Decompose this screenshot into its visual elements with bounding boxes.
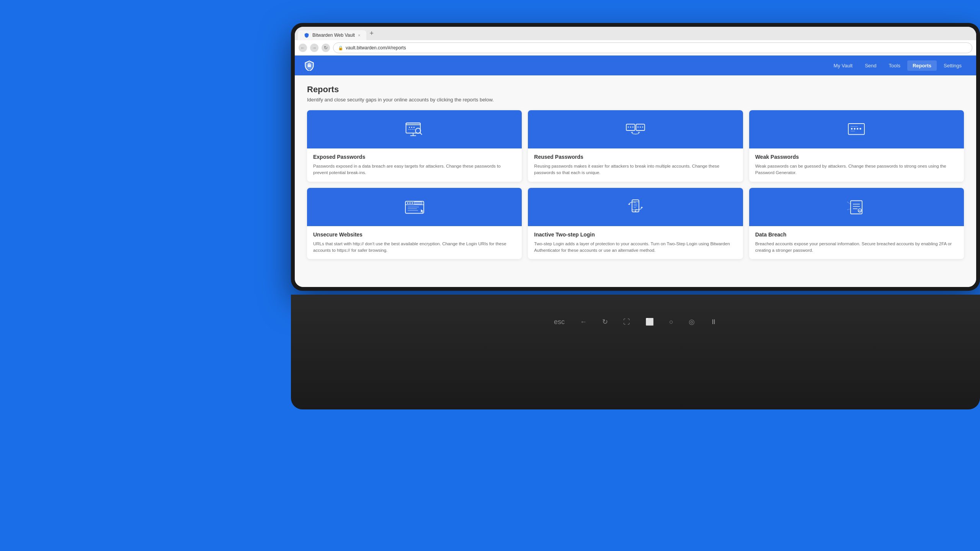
unsecure-websites-title: Unsecure Websites xyxy=(313,231,516,238)
svg-point-28 xyxy=(409,202,411,204)
reused-passwords-icon xyxy=(624,118,647,141)
nav-tools[interactable]: Tools xyxy=(884,60,906,71)
data-breach-card[interactable]: Data Breach Breached accounts expose you… xyxy=(749,188,964,259)
exposed-passwords-icon xyxy=(403,118,426,141)
device-wrapper: Bitwarden Web Vault × + ← → ↻ 🔒 vault.bi… xyxy=(291,23,980,551)
inactive-two-step-icon-area xyxy=(528,188,743,226)
unsecure-websites-body: Unsecure Websites URLs that start with h… xyxy=(307,226,522,259)
keyboard-row: esc ← ↻ ⛶ ⬜ ○ ◎ ⏸ xyxy=(291,318,980,326)
back-button[interactable]: ← xyxy=(299,44,307,52)
svg-rect-1 xyxy=(406,123,420,125)
svg-line-47 xyxy=(847,202,851,204)
tab-close-button[interactable]: × xyxy=(358,33,360,37)
url-text: vault.bitwarden.com/#/reports xyxy=(346,45,406,51)
bitwarden-logo xyxy=(304,60,315,71)
tab-title: Bitwarden Web Vault xyxy=(312,33,355,38)
exposed-passwords-body: Exposed Passwords Passwords exposed in a… xyxy=(307,148,522,182)
lock-icon: 🔒 xyxy=(338,46,343,51)
svg-rect-18 xyxy=(848,124,864,135)
key-window: ⬜ xyxy=(645,318,654,326)
inactive-two-step-card[interactable]: Inactive Two-step Login Two-step Login a… xyxy=(528,188,743,259)
nav-send[interactable]: Send xyxy=(859,60,882,71)
bitwarden-logo-icon xyxy=(304,60,315,71)
key-back: ← xyxy=(580,318,587,326)
svg-point-7 xyxy=(411,127,412,128)
key-fullscreen: ⛶ xyxy=(623,318,630,326)
exposed-passwords-title: Exposed Passwords xyxy=(313,154,516,160)
forward-button[interactable]: → xyxy=(310,44,318,52)
browser-tab[interactable]: Bitwarden Web Vault × xyxy=(298,30,366,40)
unsecure-websites-icon-area xyxy=(307,188,522,226)
inactive-two-step-desc: Two-step Login adds a layer of protectio… xyxy=(534,241,737,254)
refresh-button[interactable]: ↻ xyxy=(322,44,330,52)
svg-point-17 xyxy=(642,127,643,128)
data-breach-title: Data Breach xyxy=(755,231,958,238)
weak-passwords-icon-area xyxy=(749,110,964,148)
svg-rect-46 xyxy=(859,210,861,212)
inactive-two-step-body: Inactive Two-step Login Two-step Login a… xyxy=(528,226,743,259)
reused-passwords-body: Reused Passwords Reusing passwords makes… xyxy=(528,148,743,182)
svg-rect-30 xyxy=(414,202,422,204)
bitwarden-navbar: My Vault Send Tools Reports Settings xyxy=(295,55,976,75)
new-tab-button[interactable]: + xyxy=(366,29,377,37)
key-esc: esc xyxy=(554,318,565,326)
svg-point-14 xyxy=(632,127,634,128)
weak-passwords-body: Weak Passwords Weak passwords can be gue… xyxy=(749,148,964,182)
svg-line-5 xyxy=(420,132,421,134)
tab-bar: Bitwarden Web Vault × + xyxy=(295,27,976,40)
weak-passwords-title: Weak Passwords xyxy=(755,154,958,160)
exposed-passwords-card[interactable]: Exposed Passwords Passwords exposed in a… xyxy=(307,110,522,182)
svg-point-13 xyxy=(630,127,631,128)
reused-passwords-card[interactable]: Reused Passwords Reusing passwords makes… xyxy=(528,110,743,182)
unsecure-websites-card[interactable]: Unsecure Websites URLs that start with h… xyxy=(307,188,522,259)
reused-passwords-icon-area xyxy=(528,110,743,148)
tab-favicon xyxy=(304,33,309,38)
nav-links: My Vault Send Tools Reports Settings xyxy=(324,60,967,71)
keyboard-area: esc ← ↻ ⛶ ⬜ ○ ◎ ⏸ xyxy=(291,295,980,409)
weak-passwords-desc: Weak passwords can be guessed by attacke… xyxy=(755,163,958,176)
main-content: Reports Identify and close security gaps… xyxy=(295,75,976,287)
svg-point-21 xyxy=(857,128,859,130)
reused-passwords-title: Reused Passwords xyxy=(534,154,737,160)
data-breach-icon-area xyxy=(749,188,964,226)
svg-point-6 xyxy=(409,127,410,128)
address-bar-row: ← → ↻ 🔒 vault.bitwarden.com/#/reports xyxy=(295,40,976,55)
svg-point-8 xyxy=(413,127,415,128)
exposed-passwords-icon-area xyxy=(307,110,522,148)
nav-reports[interactable]: Reports xyxy=(907,60,937,71)
svg-point-16 xyxy=(640,127,641,128)
svg-point-27 xyxy=(407,202,408,204)
svg-point-37 xyxy=(635,210,636,212)
nav-my-vault[interactable]: My Vault xyxy=(828,60,858,71)
inactive-two-step-title: Inactive Two-step Login xyxy=(534,231,737,238)
data-breach-icon xyxy=(845,196,868,218)
data-breach-desc: Breached accounts expose your personal i… xyxy=(755,241,958,254)
weak-passwords-icon xyxy=(845,118,868,141)
key-pause: ⏸ xyxy=(710,318,717,326)
key-refresh: ↻ xyxy=(602,318,608,326)
svg-line-48 xyxy=(847,209,851,210)
address-bar[interactable]: 🔒 vault.bitwarden.com/#/reports xyxy=(333,42,972,53)
svg-point-19 xyxy=(851,128,853,130)
page-title: Reports xyxy=(307,85,964,95)
unsecure-websites-desc: URLs that start with http:// don't use t… xyxy=(313,241,516,254)
nav-settings[interactable]: Settings xyxy=(938,60,967,71)
weak-passwords-card[interactable]: Weak Passwords Weak passwords can be gue… xyxy=(749,110,964,182)
svg-point-22 xyxy=(860,128,862,130)
svg-point-20 xyxy=(854,128,856,130)
unsecure-websites-icon xyxy=(403,196,426,218)
key-home: ○ xyxy=(669,318,673,326)
svg-point-12 xyxy=(628,127,629,128)
data-breach-body: Data Breach Breached accounts expose you… xyxy=(749,226,964,259)
device-frame: Bitwarden Web Vault × + ← → ↻ 🔒 vault.bi… xyxy=(291,23,980,291)
svg-point-15 xyxy=(637,127,639,128)
svg-point-29 xyxy=(412,202,413,204)
device-screen: Bitwarden Web Vault × + ← → ↻ 🔒 vault.bi… xyxy=(295,27,976,287)
key-screen: ◎ xyxy=(689,318,695,326)
reused-passwords-desc: Reusing passwords makes it easier for at… xyxy=(534,163,737,176)
inactive-two-step-icon xyxy=(624,196,647,218)
exposed-passwords-desc: Passwords exposed in a data breach are e… xyxy=(313,163,516,176)
page-subtitle: Identify and close security gaps in your… xyxy=(307,97,964,103)
reports-grid: Exposed Passwords Passwords exposed in a… xyxy=(307,110,964,259)
